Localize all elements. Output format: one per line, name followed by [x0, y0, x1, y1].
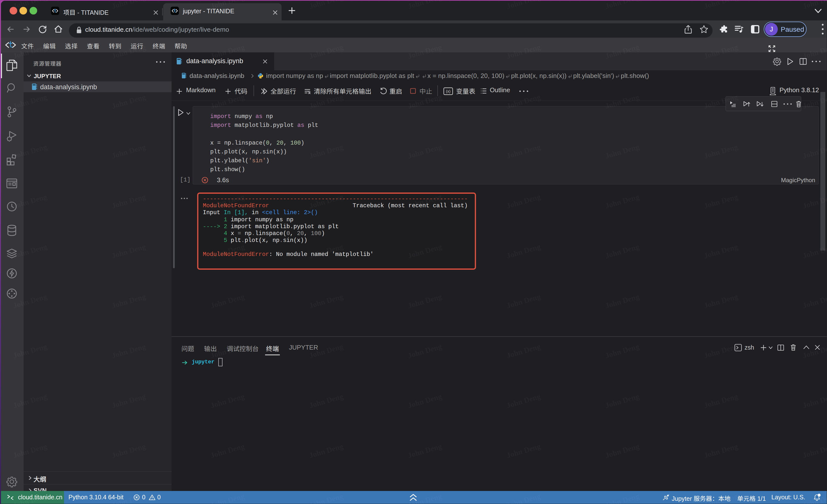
- svg-text:(x): (x): [446, 89, 451, 94]
